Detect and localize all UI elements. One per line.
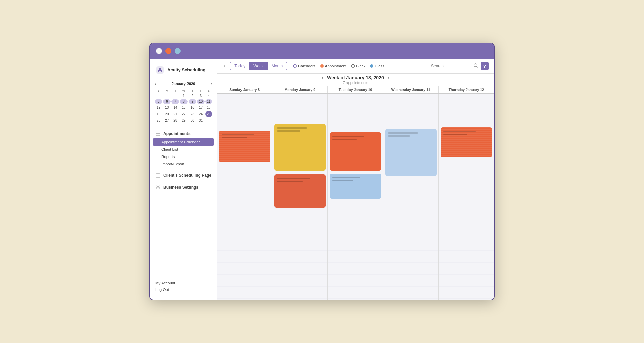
sidebar-item-reports[interactable]: Reports — [150, 153, 217, 160]
mini-cal-day[interactable] — [155, 93, 162, 98]
nav-appointments-section: Appointments Appointment Calendar Client… — [150, 129, 217, 170]
week-nav: ‹ Week of January 18, 2020 › 7 appointme… — [217, 74, 494, 86]
cal-col-3[interactable] — [383, 94, 439, 300]
search-btn[interactable] — [473, 63, 479, 69]
week-next-btn[interactable]: › — [388, 75, 390, 80]
sidebar-item-appointment-calendar[interactable]: Appointment Calendar — [153, 138, 214, 146]
traffic-light-minimize[interactable] — [165, 48, 171, 54]
cal-event-0[interactable] — [219, 131, 270, 162]
sidebar-item-client-list[interactable]: Client List — [150, 146, 217, 153]
filter-calendars[interactable]: Calendars — [293, 64, 315, 68]
cal-day-headers: Sunday January 8 Monday January 9 Tuesda… — [217, 86, 494, 94]
nav-appointments-header[interactable]: Appointments — [150, 129, 217, 138]
cal-day-header-3: Wednesday January 11 — [383, 86, 439, 93]
mini-cal-day[interactable]: 22 — [180, 111, 187, 117]
cal-col-0[interactable] — [217, 94, 272, 300]
class-dot — [370, 64, 373, 68]
cal-day-header-1: Monday January 9 — [272, 86, 328, 93]
cal-event-6[interactable] — [441, 127, 492, 157]
mini-cal-day selected-week[interactable]: 9 — [189, 99, 196, 104]
mini-cal-day[interactable]: 19 — [155, 111, 162, 117]
mini-cal-day[interactable]: 1 — [180, 93, 187, 98]
mini-cal-day selected-week[interactable]: 7 — [171, 99, 179, 104]
mini-cal-day[interactable]: 27 — [163, 118, 171, 123]
mini-cal-today[interactable]: 25 — [205, 111, 212, 117]
mini-cal-day[interactable]: 14 — [171, 105, 179, 110]
mini-cal-day selected-week[interactable]: 6 — [163, 99, 171, 104]
my-account-link[interactable]: My Account — [155, 280, 211, 286]
cal-col-4[interactable] — [439, 94, 494, 300]
mini-cal-week-5: 26 27 28 29 30 31 — [155, 118, 212, 123]
mini-cal-day[interactable]: 12 — [155, 105, 162, 110]
mini-cal-day-header-s1: S — [155, 89, 162, 93]
filter-black[interactable]: Black — [351, 64, 365, 68]
filter-appointment[interactable]: Appointment — [320, 64, 347, 68]
mini-cal-day[interactable]: 29 — [180, 118, 187, 123]
cal-event-5[interactable] — [385, 129, 437, 176]
mini-cal-day[interactable] — [163, 93, 171, 98]
nav-settings-header[interactable]: Business Settings — [150, 183, 217, 192]
mini-cal-day-header-f: F — [197, 89, 205, 93]
mini-cal-day[interactable]: 31 — [197, 118, 205, 123]
nav-clients-header[interactable]: Client's Scheduling Page — [150, 170, 217, 180]
mini-cal-day[interactable]: 18 — [205, 105, 212, 110]
filter-group: Calendars Appointment Black Class — [293, 64, 384, 68]
mini-cal-day[interactable]: 13 — [163, 105, 171, 110]
cal-event-3[interactable] — [330, 132, 381, 171]
sidebar-item-import-export[interactable]: Import/Export — [150, 160, 217, 168]
mini-cal-day[interactable]: 24 — [197, 111, 205, 117]
mini-cal-day[interactable]: 26 — [155, 118, 162, 123]
filter-class[interactable]: Class — [370, 64, 384, 68]
collapse-sidebar-btn[interactable]: ‹ — [222, 63, 227, 69]
clients-scheduling-label: Client's Scheduling Page — [163, 173, 211, 178]
mini-cal-day selected-week[interactable]: 8 — [180, 99, 187, 104]
week-btn[interactable]: Week — [249, 62, 267, 70]
month-btn[interactable]: Month — [268, 62, 287, 70]
mini-cal-day-header-t1: T — [171, 89, 179, 93]
mini-cal-day[interactable]: 21 — [171, 111, 179, 117]
mini-cal-day[interactable]: 23 — [189, 111, 196, 117]
mini-cal-day-header-s2: S — [205, 89, 212, 93]
svg-line-9 — [477, 66, 478, 68]
today-btn[interactable]: Today — [230, 62, 249, 70]
mini-cal-prev-btn[interactable]: ‹ — [154, 81, 157, 86]
mini-cal-header: ‹ January 2020 › — [154, 81, 213, 86]
log-out-link[interactable]: Log Out — [155, 286, 211, 293]
mini-cal-day-header-t2: T — [189, 89, 196, 93]
search-input[interactable] — [431, 64, 471, 68]
mini-cal-day[interactable]: 30 — [189, 118, 196, 123]
help-btn[interactable]: ? — [481, 62, 489, 70]
traffic-light-close[interactable] — [156, 48, 162, 54]
mini-cal-week-1: 1 2 3 4 — [155, 93, 212, 98]
mini-cal-day-header-w: W — [180, 89, 187, 93]
mini-cal-day[interactable]: 17 — [197, 105, 205, 110]
nav-settings-section: Business Settings — [150, 183, 217, 195]
mini-cal-day selected-week[interactable]: 10 — [197, 99, 205, 104]
mini-cal-day[interactable]: 15 — [180, 105, 187, 110]
sidebar: Acuity Scheduling ‹ January 2020 › S M T — [150, 59, 217, 300]
mini-cal-day[interactable]: 3 — [197, 93, 205, 98]
week-prev-btn[interactable]: ‹ — [322, 75, 323, 80]
mini-cal-day[interactable]: 4 — [205, 93, 212, 98]
svg-rect-5 — [156, 174, 160, 177]
mini-cal-day[interactable] — [171, 93, 179, 98]
mini-cal-day[interactable]: 20 — [163, 111, 171, 117]
cal-event-2[interactable] — [274, 174, 326, 208]
mini-cal-day selected-week[interactable]: 11 — [205, 99, 212, 104]
mini-calendar: ‹ January 2020 › S M T W T F S — [150, 81, 217, 129]
traffic-light-maximize[interactable] — [175, 48, 181, 54]
cal-event-4[interactable] — [330, 174, 381, 199]
mini-cal-day[interactable]: 16 — [189, 105, 196, 110]
black-filter-label: Black — [356, 64, 365, 68]
cal-event-1[interactable] — [274, 124, 326, 171]
clients-scheduling-icon — [155, 173, 161, 178]
mini-cal-day[interactable]: 2 — [189, 93, 196, 98]
mini-cal-day[interactable] — [205, 118, 212, 123]
mini-cal-day[interactable]: 28 — [171, 118, 179, 123]
calendars-dot — [293, 64, 297, 68]
mini-cal-day selected-week[interactable]: 5 — [155, 99, 162, 104]
mini-cal-title: January 2020 — [172, 82, 195, 86]
mini-cal-next-btn[interactable]: › — [210, 81, 213, 86]
calendars-label: Calendars — [298, 64, 315, 68]
appointments-label: Appointments — [163, 131, 191, 136]
